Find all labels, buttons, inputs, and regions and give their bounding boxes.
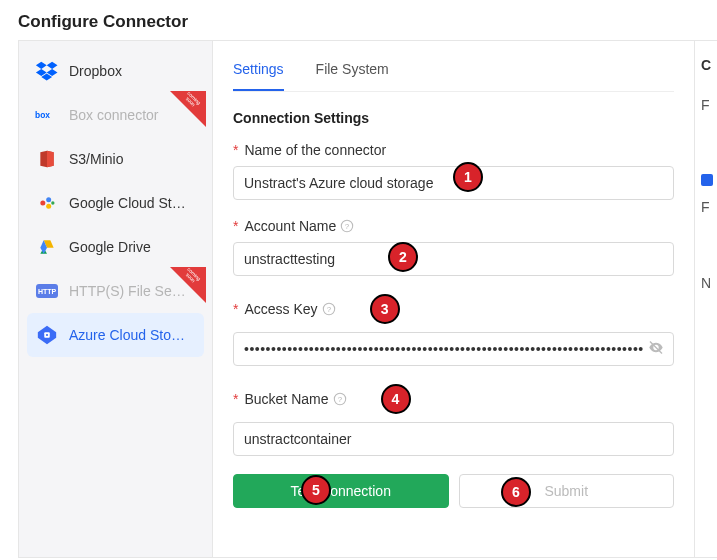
sidebar-item-label: Google Drive bbox=[69, 239, 151, 255]
required-mark: * bbox=[233, 391, 238, 407]
svg-point-1 bbox=[40, 201, 45, 206]
step-badge-2: 2 bbox=[388, 242, 418, 272]
sidebar-item-s3[interactable]: S3/Minio bbox=[27, 137, 204, 181]
step-badge-4: 4 bbox=[381, 384, 411, 414]
coming-soon-ribbon bbox=[170, 267, 206, 303]
svg-point-4 bbox=[51, 201, 54, 204]
required-mark: * bbox=[233, 142, 238, 158]
button-row: Test Connection Submit bbox=[233, 474, 674, 508]
label-text: Access Key bbox=[244, 301, 317, 317]
tab-settings[interactable]: Settings bbox=[233, 51, 284, 91]
help-icon: ? bbox=[333, 392, 347, 406]
svg-text:box: box bbox=[35, 110, 50, 120]
sidebar-item-label: Dropbox bbox=[69, 63, 122, 79]
account-name-input[interactable] bbox=[233, 242, 674, 276]
config-container: Dropbox box Box connector S3/Minio Googl… bbox=[18, 40, 717, 558]
label-account-name: * Account Name ? bbox=[233, 218, 674, 234]
step-badge-1: 1 bbox=[453, 162, 483, 192]
row-connector-name: * Name of the connector 1 bbox=[233, 142, 674, 200]
required-mark: * bbox=[233, 301, 238, 317]
label-connector-name: * Name of the connector bbox=[233, 142, 674, 158]
page-title: Configure Connector bbox=[0, 0, 717, 40]
azure-icon bbox=[35, 323, 59, 347]
label-text: Account Name bbox=[244, 218, 336, 234]
section-title: Connection Settings bbox=[233, 110, 674, 126]
test-connection-button[interactable]: Test Connection bbox=[233, 474, 449, 508]
svg-text:?: ? bbox=[326, 305, 331, 314]
main-panel: Settings File System Connection Settings… bbox=[213, 41, 695, 557]
sidebar-item-azure[interactable]: Azure Cloud Stor… bbox=[27, 313, 204, 357]
label-text: Name of the connector bbox=[244, 142, 386, 158]
dropbox-icon bbox=[35, 59, 59, 83]
required-mark: * bbox=[233, 218, 238, 234]
http-icon: HTTP bbox=[35, 279, 59, 303]
tabs: Settings File System bbox=[233, 51, 674, 92]
sidebar-item-label: S3/Minio bbox=[69, 151, 123, 167]
bucket-name-input[interactable] bbox=[233, 422, 674, 456]
sidebar-item-dropbox[interactable]: Dropbox bbox=[27, 49, 204, 93]
submit-button[interactable]: Submit bbox=[459, 474, 675, 508]
box-icon: box bbox=[35, 103, 59, 127]
help-icon: ? bbox=[322, 302, 336, 316]
sidebar-item-label: Azure Cloud Stor… bbox=[69, 327, 189, 343]
help-icon: ? bbox=[340, 219, 354, 233]
right-item: F bbox=[701, 97, 717, 113]
sidebar-item-label: Google Cloud Sto… bbox=[69, 195, 189, 211]
label-bucket-name: * Bucket Name ? 4 bbox=[233, 384, 674, 414]
row-account-name: * Account Name ? 2 bbox=[233, 218, 674, 276]
tab-filesystem[interactable]: File System bbox=[316, 51, 389, 91]
sidebar-item-label: Box connector bbox=[69, 107, 159, 123]
sidebar-item-gcs[interactable]: Google Cloud Sto… bbox=[27, 181, 204, 225]
svg-text:?: ? bbox=[345, 222, 350, 231]
right-item bbox=[701, 173, 717, 189]
label-text: Bucket Name bbox=[244, 391, 328, 407]
svg-point-3 bbox=[46, 204, 51, 209]
coming-soon-ribbon bbox=[170, 91, 206, 127]
step-badge-5: 5 bbox=[301, 475, 331, 505]
eye-off-icon[interactable] bbox=[648, 340, 664, 359]
svg-point-2 bbox=[46, 197, 51, 202]
gdrive-icon bbox=[35, 235, 59, 259]
row-bucket-name: * Bucket Name ? 4 bbox=[233, 384, 674, 456]
s3-icon bbox=[35, 147, 59, 171]
row-access-key: * Access Key ? 3 bbox=[233, 294, 674, 366]
label-access-key: * Access Key ? 3 bbox=[233, 294, 674, 324]
access-key-wrapper bbox=[233, 332, 674, 366]
right-title: C bbox=[701, 57, 717, 73]
sidebar-item-box[interactable]: box Box connector bbox=[27, 93, 204, 137]
gcs-icon bbox=[35, 191, 59, 215]
sidebar-item-http[interactable]: HTTP HTTP(S) File Ser… bbox=[27, 269, 204, 313]
svg-text:?: ? bbox=[337, 395, 342, 404]
step-badge-6: 6 bbox=[501, 477, 531, 507]
right-panel: C F F N bbox=[695, 41, 717, 557]
svg-point-8 bbox=[46, 334, 48, 336]
sidebar-item-gdrive[interactable]: Google Drive bbox=[27, 225, 204, 269]
access-key-input[interactable] bbox=[233, 332, 674, 366]
svg-rect-16 bbox=[701, 174, 713, 186]
svg-text:HTTP: HTTP bbox=[38, 288, 57, 295]
connector-sidebar: Dropbox box Box connector S3/Minio Googl… bbox=[19, 41, 213, 557]
right-item: F bbox=[701, 199, 717, 215]
step-badge-3: 3 bbox=[370, 294, 400, 324]
right-item: N bbox=[701, 275, 717, 291]
